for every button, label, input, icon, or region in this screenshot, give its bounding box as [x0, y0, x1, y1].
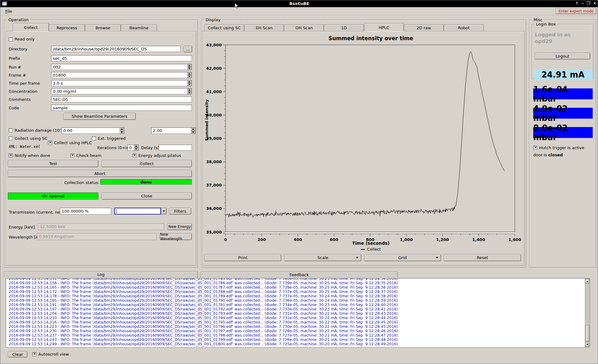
test-button[interactable]: Test [8, 160, 98, 167]
directory-input[interactable] [51, 46, 181, 52]
maximize-icon[interactable]: ❐ [586, 1, 590, 6]
radiation1-spin-up-icon[interactable] [120, 128, 124, 131]
tab-oh-scan[interactable]: OH Scan [284, 24, 324, 31]
show-beamline-parameters-button[interactable]: Show Beamline Parameters [63, 113, 136, 120]
tab-beamline[interactable]: Beamline [121, 24, 157, 31]
machine-current-display: 24.91 mA [533, 69, 593, 80]
reset-button[interactable]: Reset [444, 254, 521, 261]
clear-button[interactable]: Clear [8, 351, 27, 357]
check-beam-label: Check beam [76, 153, 102, 158]
tab-1d[interactable]: 1D [324, 24, 364, 31]
tab-eh-scan[interactable]: EH Scan [244, 24, 284, 31]
tab-collect[interactable]: Collect [13, 23, 49, 31]
filters-button[interactable]: Filters [169, 208, 191, 215]
tab-feedback[interactable]: Feedback [201, 272, 398, 277]
code-label: Code [9, 106, 19, 110]
delay-input[interactable] [159, 144, 192, 151]
time-spin-down-icon[interactable] [187, 83, 192, 86]
read-only-label: Read only [15, 37, 35, 41]
collect-using-sc-checkbox[interactable] [9, 136, 13, 140]
close-icon[interactable]: ✕ [593, 1, 596, 6]
prefix-input[interactable] [51, 55, 192, 61]
log-line: 2016-09-09 12:53:14,197 - INFO: The fram… [9, 307, 584, 311]
logout-button[interactable]: Logout [535, 53, 590, 59]
ext-triggered-checkbox[interactable] [92, 136, 96, 140]
title-bar[interactable]: BsxCuBE ↑ ─ ❐ ✕ [0, 0, 598, 7]
new-energy-button[interactable]: New Energy [167, 223, 192, 230]
log-line: 2016-09-09 12:53:14,237 - INFO: The fram… [9, 333, 584, 338]
log-line: 2016-09-09 12:53:14,204 - INFO: The fram… [9, 311, 584, 316]
radiation2-spin-up-icon[interactable] [191, 128, 195, 131]
tab-browse[interactable]: Browse [85, 24, 121, 31]
scroll-thumb[interactable] [585, 325, 589, 341]
grid-button-label: Grid [398, 255, 407, 260]
radiation-value2-input[interactable] [151, 127, 196, 134]
collect-button[interactable]: Collect [102, 160, 192, 167]
frame-number-input[interactable] [51, 72, 192, 78]
collect-using-hplc-checkbox[interactable] [48, 141, 52, 145]
hutch-trigger-checkbox[interactable] [533, 146, 537, 150]
transmission-dropdown-button[interactable] [161, 208, 167, 215]
collection-status-value: done [100, 179, 192, 185]
notify-when-done-checkbox[interactable] [9, 154, 13, 158]
autoscroll-checkbox[interactable] [32, 352, 36, 356]
delay-label: Delay (s) [141, 145, 159, 150]
grid-button[interactable]: Grid [364, 254, 441, 261]
enter-expert-mode-button[interactable]: Enter expert mode [556, 8, 596, 14]
scroll-down-icon[interactable] [585, 342, 589, 347]
radiation-value1-input[interactable] [61, 127, 124, 134]
log-output[interactable]: 2016-09-09 12:53:14,151 - INFO: The fram… [6, 278, 590, 347]
print-button[interactable]: Print [204, 254, 281, 261]
scale-button[interactable]: Scale [284, 254, 361, 261]
scroll-up-icon[interactable] [585, 279, 589, 283]
frame-spin-up-icon[interactable] [187, 72, 192, 75]
concentration-spin-up-icon[interactable] [187, 88, 192, 91]
check-beam-checkbox[interactable] [70, 154, 74, 158]
time-spin-up-icon[interactable] [187, 80, 192, 83]
abort-button[interactable]: Abort [8, 170, 192, 177]
tab-robot[interactable]: Robot [444, 24, 484, 31]
frame-spin-down-icon[interactable] [187, 75, 192, 78]
directory-browse-button[interactable]: ... [183, 46, 192, 52]
code-input[interactable] [51, 105, 192, 111]
frame-number-label: Frame # [9, 73, 26, 78]
energy-label: Energy [keV] [9, 225, 35, 229]
transmission-current-input[interactable] [60, 208, 111, 215]
shade-icon[interactable]: ↑ [575, 1, 579, 6]
tab-log-label: Log [97, 272, 104, 277]
comments-input[interactable] [51, 96, 192, 102]
log-scrollbar[interactable] [585, 279, 590, 347]
iterations-spin-up-icon[interactable] [134, 145, 138, 148]
misc-group-label: Misc [532, 17, 544, 22]
radiation1-spin-down-icon[interactable] [120, 131, 124, 134]
energy-adjust-pilatus-checkbox[interactable] [132, 154, 136, 158]
mouse-cursor [235, 3, 240, 9]
scale-button-label: Scale [317, 255, 328, 260]
minimize-icon[interactable]: ─ [581, 1, 584, 6]
run-spin-up-icon[interactable] [187, 64, 192, 67]
radiation-damage-checkbox[interactable] [9, 128, 13, 132]
tab-collect-using-sc[interactable]: Collect using SC [204, 24, 244, 31]
radiation2-spin-down-icon[interactable] [191, 131, 195, 134]
run-number-input[interactable] [51, 64, 192, 70]
iterations-spin-down-icon[interactable] [134, 148, 138, 150]
tab-log[interactable]: Log [4, 271, 198, 277]
run-spin-down-icon[interactable] [187, 67, 192, 70]
concentration-input[interactable] [51, 88, 192, 94]
log-line: 2016-09-09 12:53:14,216 - INFO: The fram… [9, 320, 584, 324]
tab-feedback-label: Feedback [290, 272, 309, 277]
tab-hplc[interactable]: HPLC [364, 23, 404, 31]
new-wavelength-button[interactable]: New Wavelength [160, 233, 192, 240]
tab-2d-raw[interactable]: 2D raw [404, 24, 444, 31]
concentration-spin-down-icon[interactable] [187, 91, 192, 94]
read-only-checkbox[interactable] [9, 37, 13, 41]
tab-reprocess[interactable]: Reprocess [49, 24, 85, 31]
close-button[interactable]: Close [102, 192, 192, 200]
menu-file[interactable]: File [4, 9, 13, 14]
log-line: 2016-09-09 12:53:14,172 - INFO: The fram… [9, 290, 584, 294]
legend-series-label: Collect [367, 247, 381, 252]
y-axis-title: Summed intensity [204, 137, 209, 141]
collect-using-hplc-label: Collect using HPLC [54, 140, 92, 145]
transmission-new-input[interactable] [114, 208, 161, 215]
time-per-frame-input[interactable] [51, 80, 192, 86]
